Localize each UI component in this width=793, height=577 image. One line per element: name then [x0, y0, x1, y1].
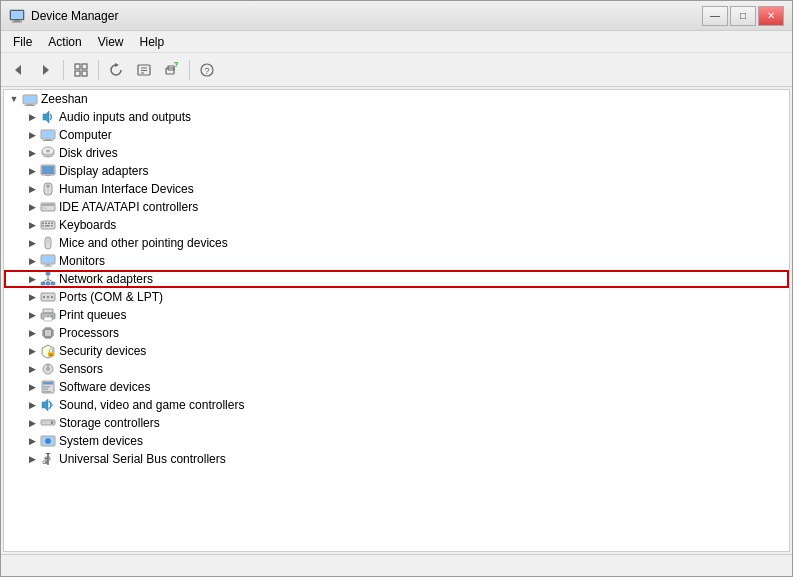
minimize-button[interactable]: —: [702, 6, 728, 26]
item-label-storage: Storage controllers: [59, 416, 160, 430]
svg-rect-72: [45, 330, 51, 336]
menu-view[interactable]: View: [90, 33, 132, 51]
tree-item-ports[interactable]: ▶ Ports (COM & LPT): [4, 288, 789, 306]
disk-icon: [40, 145, 56, 161]
svg-rect-67: [43, 309, 53, 313]
item-label-sound: Sound, video and game controllers: [59, 398, 244, 412]
toolbar-separator-3: [189, 60, 190, 80]
item-expander[interactable]: ▶: [24, 289, 40, 305]
svg-rect-91: [43, 386, 50, 388]
svg-rect-57: [46, 282, 50, 285]
tree-item-disk[interactable]: ▶ Disk drives: [4, 144, 789, 162]
item-expander[interactable]: ▶: [24, 343, 40, 359]
svg-rect-54: [44, 266, 52, 267]
tree-item-hid[interactable]: ▶ Human Interface Devices: [4, 180, 789, 198]
svg-marker-5: [43, 65, 49, 75]
svg-point-100: [46, 439, 51, 444]
item-expander[interactable]: ▶: [24, 307, 40, 323]
item-label-processors: Processors: [59, 326, 119, 340]
tree-item-print[interactable]: ▶ Print queues: [4, 306, 789, 324]
tree-item-processors[interactable]: ▶: [4, 324, 789, 342]
item-expander[interactable]: ▶: [24, 433, 40, 449]
tree-item-sensors[interactable]: ▶ Sensors: [4, 360, 789, 378]
tree-item-ide[interactable]: ▶ IDE ATA/ATAPI controllers: [4, 198, 789, 216]
item-expander[interactable]: ▶: [24, 397, 40, 413]
svg-point-37: [47, 185, 50, 188]
svg-marker-24: [43, 111, 49, 123]
item-expander[interactable]: ▶: [24, 451, 40, 467]
tree-item-software[interactable]: ▶ Software devices: [4, 378, 789, 396]
item-expander[interactable]: ▶: [24, 235, 40, 251]
svg-rect-47: [45, 225, 50, 227]
svg-rect-93: [43, 391, 51, 393]
svg-point-66: [51, 296, 53, 298]
svg-rect-53: [46, 264, 50, 266]
svg-rect-90: [43, 382, 53, 385]
item-expander[interactable]: ▶: [24, 199, 40, 215]
svg-rect-7: [82, 64, 87, 69]
tree-item-system[interactable]: ▶ System devices: [4, 432, 789, 450]
menu-action[interactable]: Action: [40, 33, 89, 51]
tree-item-security[interactable]: ▶ 🔒 Security devices: [4, 342, 789, 360]
item-expander[interactable]: ▶: [24, 271, 40, 287]
title-bar-left: Device Manager: [9, 8, 118, 24]
menu-help[interactable]: Help: [132, 33, 173, 51]
menu-file[interactable]: File: [5, 33, 40, 51]
root-expander[interactable]: ▼: [6, 91, 22, 107]
refresh-button[interactable]: [103, 57, 129, 83]
item-label-hid: Human Interface Devices: [59, 182, 194, 196]
svg-rect-44: [48, 223, 50, 225]
item-expander[interactable]: ▶: [24, 109, 40, 125]
tree-item-sound[interactable]: ▶ Sound, video and game controllers: [4, 396, 789, 414]
item-expander[interactable]: ▶: [24, 145, 40, 161]
item-expander[interactable]: ▶: [24, 253, 40, 269]
device-tree[interactable]: ▼ Zeeshan ▶: [3, 89, 790, 552]
tree-item-display[interactable]: ▶ Display adapters: [4, 162, 789, 180]
forward-button[interactable]: [33, 57, 59, 83]
tree-item-mice[interactable]: ▶ Mice and other pointing devices: [4, 234, 789, 252]
security-icon: 🔒: [40, 343, 56, 359]
close-button[interactable]: ✕: [758, 6, 784, 26]
item-expander[interactable]: ▶: [24, 325, 40, 341]
item-label-display: Display adapters: [59, 164, 148, 178]
item-expander[interactable]: ▶: [24, 127, 40, 143]
app-icon: [9, 8, 25, 24]
maximize-button[interactable]: □: [730, 6, 756, 26]
tree-item-storage[interactable]: ▶ Storage controllers: [4, 414, 789, 432]
svg-marker-102: [45, 453, 51, 455]
cpu-icon: [40, 325, 56, 341]
item-expander[interactable]: ▶: [24, 379, 40, 395]
item-expander[interactable]: ▶: [24, 415, 40, 431]
toolbar-separator-2: [98, 60, 99, 80]
tree-item-keyboards[interactable]: ▶ Keyboards: [4, 216, 789, 234]
tree-item-usb[interactable]: ▶ Universal Serial Bus controllers: [4, 450, 789, 468]
display-icon: [40, 163, 56, 179]
tree-item-network[interactable]: ▶ Network adapters: [4, 270, 789, 288]
svg-point-96: [51, 421, 54, 424]
tree-root[interactable]: ▼ Zeeshan: [4, 90, 789, 108]
item-label-usb: Universal Serial Bus controllers: [59, 452, 226, 466]
svg-point-70: [51, 315, 53, 317]
tree-item-audio[interactable]: ▶ Audio inputs and outputs: [4, 108, 789, 126]
status-bar: [1, 554, 792, 576]
update-driver-button[interactable]: ?: [159, 57, 185, 83]
show-hide-button[interactable]: [68, 57, 94, 83]
item-expander[interactable]: ▶: [24, 361, 40, 377]
tree-item-computer[interactable]: ▶ Computer: [4, 126, 789, 144]
help-button[interactable]: ?: [194, 57, 220, 83]
tree-item-monitors[interactable]: ▶ Monitors: [4, 252, 789, 270]
sound-icon: [40, 397, 56, 413]
svg-rect-42: [42, 223, 44, 225]
svg-rect-3: [12, 21, 22, 22]
toolbar-separator-1: [63, 60, 64, 80]
item-expander[interactable]: ▶: [24, 217, 40, 233]
svg-rect-22: [27, 104, 33, 105]
item-expander[interactable]: ▶: [24, 163, 40, 179]
item-label-print: Print queues: [59, 308, 126, 322]
properties-button[interactable]: [131, 57, 157, 83]
item-label-keyboards: Keyboards: [59, 218, 116, 232]
item-expander[interactable]: ▶: [24, 181, 40, 197]
back-button[interactable]: [5, 57, 31, 83]
svg-rect-1: [11, 11, 23, 19]
item-label-ports: Ports (COM & LPT): [59, 290, 163, 304]
